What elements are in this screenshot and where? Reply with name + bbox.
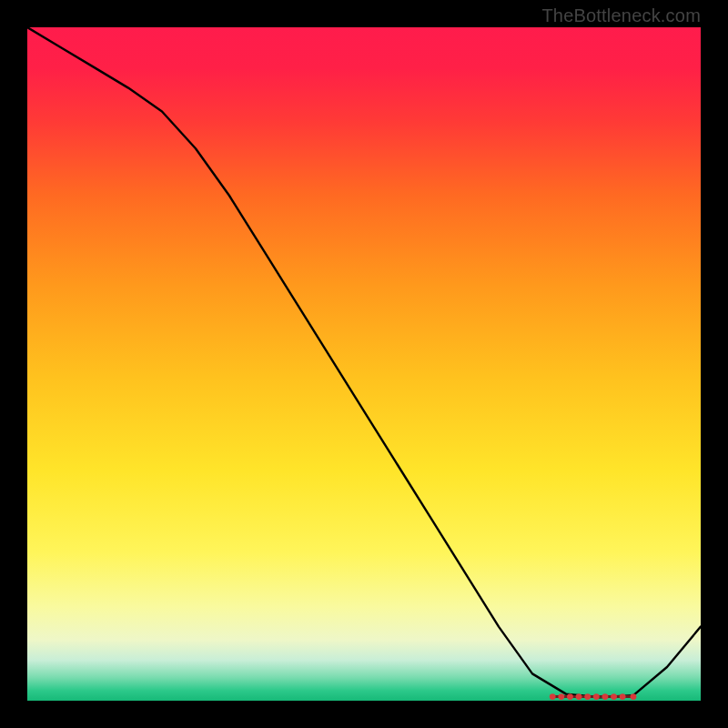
- optimal-dot: [558, 693, 564, 700]
- optimal-dot: [567, 693, 573, 700]
- optimal-dot: [602, 693, 609, 700]
- chart-frame: TheBottleneck.com: [0, 0, 728, 728]
- optimal-dot: [576, 693, 582, 700]
- optimal-dot: [584, 693, 591, 700]
- optimal-dot: [611, 693, 617, 700]
- plot-area: [27, 27, 701, 701]
- optimal-dot: [631, 693, 637, 700]
- optimal-dot: [593, 693, 600, 700]
- optimal-dot: [550, 693, 556, 700]
- gradient-background: [27, 27, 701, 701]
- watermark-text: TheBottleneck.com: [541, 5, 701, 26]
- optimal-dot: [620, 693, 626, 700]
- chart-svg: [27, 27, 701, 701]
